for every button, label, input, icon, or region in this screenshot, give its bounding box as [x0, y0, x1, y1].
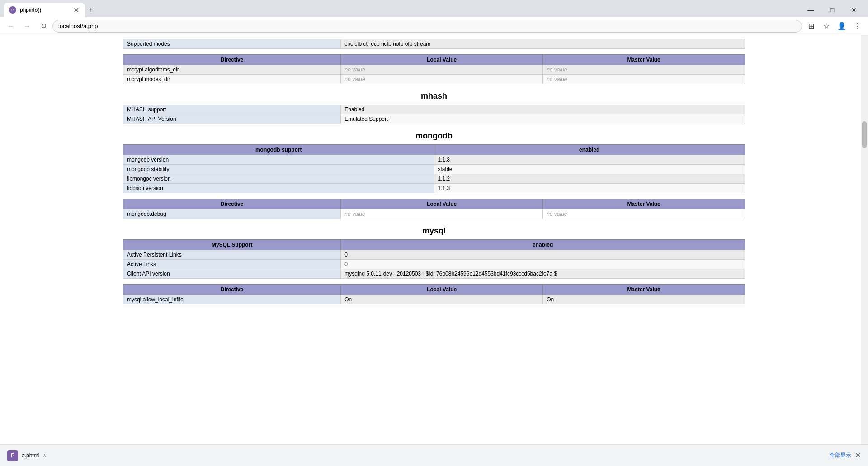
- download-item: P a.phtml ∧: [7, 450, 46, 461]
- master-value: no value: [543, 65, 745, 75]
- mongodb-value: 1.1.8: [434, 155, 745, 165]
- browser-tab[interactable]: P phpinfo() ✕: [4, 3, 85, 17]
- mhash-value: Emulated Support: [341, 114, 745, 124]
- supported-modes-value: cbc cfb ctr ecb ncfb nofb ofb stream: [341, 39, 745, 49]
- mongodb-label: libbson version: [123, 184, 434, 193]
- mongodb-value: 1.1.3: [434, 184, 745, 193]
- mongodb-section-title: mongodb: [123, 131, 745, 141]
- mysql-label: Client API version: [123, 269, 341, 279]
- local-value-col-header: Local Value: [341, 55, 543, 65]
- mysql-value: 0: [341, 260, 745, 269]
- master-value-col-header: Master Value: [543, 55, 745, 65]
- tab-favicon: P: [9, 6, 16, 14]
- mhash-value: Enabled: [341, 105, 745, 114]
- directive-col-header: Directive: [123, 55, 341, 65]
- mongodb-label: mongodb version: [123, 155, 434, 165]
- download-bar-close[interactable]: ✕: [855, 451, 861, 460]
- mysql-directive-label: mysql.allow_local_infile: [123, 295, 341, 304]
- mongodb-directive-col: Directive: [123, 199, 341, 209]
- bookmark-icon[interactable]: ☆: [819, 19, 834, 33]
- table-row: Client API version mysqlnd 5.0.11-dev - …: [123, 269, 745, 279]
- table-row: mysql.allow_local_infile On On: [123, 295, 745, 304]
- mhash-section-title: mhash: [123, 91, 745, 101]
- mysql-master-col: Master Value: [543, 285, 745, 295]
- table-row: Active Links 0: [123, 260, 745, 269]
- local-value: no value: [341, 75, 543, 84]
- mongodb-enabled-header: enabled: [434, 145, 745, 155]
- mysql-header-row: MySQL Support enabled: [123, 240, 745, 250]
- window-controls: — □ ✕: [800, 3, 864, 17]
- tab-close-button[interactable]: ✕: [72, 6, 80, 14]
- download-chevron-icon[interactable]: ∧: [43, 453, 46, 458]
- mongodb-directive-local: no value: [341, 209, 543, 219]
- table-row: mongodb version 1.1.8: [123, 155, 745, 165]
- mysql-value: mysqlnd 5.0.11-dev - 20120503 - $Id: 76b…: [341, 269, 745, 279]
- profile-icon[interactable]: 👤: [835, 19, 849, 33]
- mongodb-label: mongodb stability: [123, 165, 434, 174]
- download-filename: a.phtml: [22, 452, 39, 459]
- mongodb-directives-table: Directive Local Value Master Value mongo…: [123, 199, 745, 219]
- download-bar: P a.phtml ∧ 全部显示 ✕: [0, 444, 868, 466]
- mysql-local-col: Local Value: [341, 285, 543, 295]
- table-row: MHASH support Enabled: [123, 105, 745, 114]
- mysql-enabled-header: enabled: [341, 240, 745, 250]
- mysql-label: Active Persistent Links: [123, 250, 341, 260]
- nav-icons: ⊞ ☆ 👤 ⋮: [804, 19, 864, 33]
- mongodb-header-row: mongodb support enabled: [123, 145, 745, 155]
- directives-header-row: Directive Local Value Master Value: [123, 55, 745, 65]
- table-row: mcrypt.modes_dir no value no value: [123, 75, 745, 84]
- mongodb-label: libmongoc version: [123, 174, 434, 184]
- table-row: libmongoc version 1.1.2: [123, 174, 745, 184]
- mysql-main-table: MySQL Support enabled Active Persistent …: [123, 239, 745, 279]
- mysql-directive-master: On: [543, 295, 745, 304]
- table-row: MHASH API Version Emulated Support: [123, 114, 745, 124]
- mysql-section-title: mysql: [123, 226, 745, 236]
- mysql-directive-col: Directive: [123, 285, 341, 295]
- mysql-value: 0: [341, 250, 745, 260]
- navigation-bar: ← → ↻ ⊞ ☆ 👤 ⋮: [0, 17, 868, 35]
- maximize-button[interactable]: □: [822, 3, 843, 17]
- mongodb-directive-label: mongodb.debug: [123, 209, 341, 219]
- reload-button[interactable]: ↻: [36, 19, 51, 33]
- mhash-label: MHASH API Version: [123, 114, 341, 124]
- table-row: libbson version 1.1.3: [123, 184, 745, 193]
- supported-modes-row: Supported modes cbc cfb ctr ecb ncfb nof…: [123, 39, 745, 49]
- mongodb-directive-master: no value: [543, 209, 745, 219]
- supported-modes-table: Supported modes cbc cfb ctr ecb ncfb nof…: [123, 39, 745, 49]
- directive-label: mcrypt.algorithms_dir: [123, 65, 341, 75]
- scrollbar[interactable]: [861, 35, 868, 466]
- mongodb-master-col: Master Value: [543, 199, 745, 209]
- minimize-button[interactable]: —: [800, 3, 821, 17]
- mongodb-value: stable: [434, 165, 745, 174]
- scroll-thumb[interactable]: [862, 121, 867, 148]
- page-content: Supported modes cbc cfb ctr ecb ncfb nof…: [0, 35, 868, 466]
- mongodb-value: 1.1.2: [434, 174, 745, 184]
- address-bar[interactable]: [52, 20, 802, 33]
- mysql-label: Active Links: [123, 260, 341, 269]
- mhash-label: MHASH support: [123, 105, 341, 114]
- translate-icon[interactable]: ⊞: [804, 19, 818, 33]
- download-file-icon: P: [7, 450, 18, 461]
- mhash-table: MHASH support Enabled MHASH API Version …: [123, 105, 745, 124]
- browser-chrome: P phpinfo() ✕ + — □ ✕ ← → ↻ ⊞ ☆ 👤 ⋮: [0, 0, 868, 35]
- directives-table-1: Directive Local Value Master Value mcryp…: [123, 54, 745, 84]
- mysql-directive-local: On: [341, 295, 543, 304]
- table-row: mongodb.debug no value no value: [123, 209, 745, 219]
- supported-modes-label: Supported modes: [123, 39, 341, 49]
- new-tab-button[interactable]: +: [87, 4, 95, 17]
- forward-button[interactable]: →: [20, 19, 34, 33]
- close-button[interactable]: ✕: [844, 3, 864, 17]
- mysql-directives-table: Directive Local Value Master Value mysql…: [123, 284, 745, 304]
- back-button[interactable]: ←: [4, 19, 18, 33]
- mongodb-directives-header-row: Directive Local Value Master Value: [123, 199, 745, 209]
- master-value: no value: [543, 75, 745, 84]
- table-row: mcrypt.algorithms_dir no value no value: [123, 65, 745, 75]
- title-bar: P phpinfo() ✕ + — □ ✕: [0, 0, 868, 17]
- mysql-support-header: MySQL Support: [123, 240, 341, 250]
- show-all-downloads[interactable]: 全部显示 ✕: [830, 451, 861, 460]
- local-value: no value: [341, 65, 543, 75]
- menu-icon[interactable]: ⋮: [850, 19, 864, 33]
- mongodb-support-header: mongodb support: [123, 145, 434, 155]
- show-all-label: 全部显示: [830, 452, 851, 459]
- mongodb-main-table: mongodb support enabled mongodb version …: [123, 144, 745, 193]
